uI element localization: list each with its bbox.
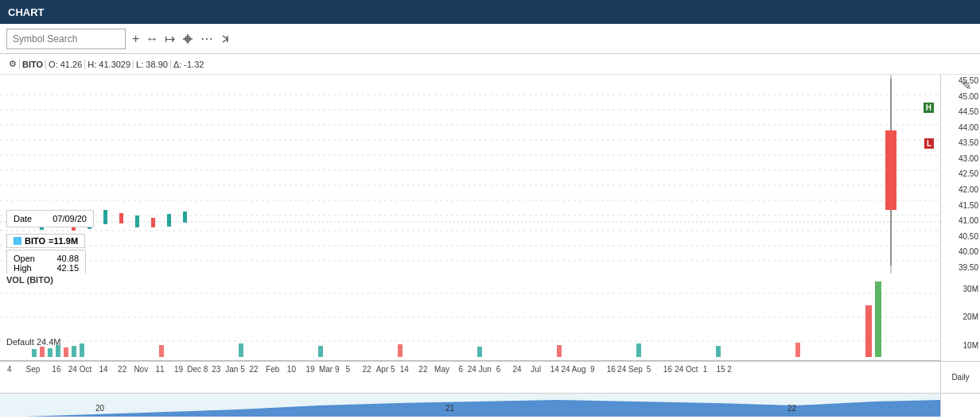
time-19-2: 19 <box>305 365 314 374</box>
minimap-bar: 20 21 22 <box>0 393 980 417</box>
toolbar: + ↔ ↦ ⋯ <box>0 24 980 54</box>
svg-text:20: 20 <box>95 404 105 413</box>
time-19: 19 <box>174 365 183 374</box>
time-mar9: Mar 9 <box>319 365 340 374</box>
volume-y-axis: 30M 20M 10M <box>940 274 980 361</box>
svg-rect-31 <box>183 211 187 223</box>
minimap-chart[interactable]: 20 21 22 <box>0 394 940 417</box>
arrow-bracket-icon[interactable]: ↦ <box>165 31 175 46</box>
svg-rect-40 <box>72 346 76 357</box>
tt-open-value: 40.88 <box>56 254 79 263</box>
svg-rect-21 <box>885 130 896 210</box>
svg-rect-51 <box>875 281 881 357</box>
bracket-right-icon[interactable] <box>220 33 232 45</box>
time-22-1: 22 <box>118 365 126 374</box>
svg-rect-30 <box>167 214 171 227</box>
svg-rect-29 <box>151 218 155 227</box>
price-chart-svg <box>0 75 980 274</box>
time-14-3: 14 <box>550 365 559 374</box>
price-label-7: 42.00 <box>943 185 978 194</box>
time-24-jun: 24 Jun <box>468 365 492 374</box>
vol-label-10m: 10M <box>943 341 978 350</box>
time-axis: 4 Sep 16 24 Oct 14 22 Nov 11 19 Dec 8 23… <box>0 361 980 393</box>
time-22-4: 22 <box>418 365 427 374</box>
indicator-icon[interactable] <box>181 33 194 45</box>
svg-rect-50 <box>795 343 800 357</box>
price-chart-area: H L Date 07/09/20 BITO =11.9M Open 4 <box>0 75 980 274</box>
time-24-oct: 24 Oct <box>68 365 91 374</box>
svg-rect-49 <box>716 346 721 357</box>
svg-line-3 <box>223 36 228 39</box>
tooltip-date-label: Date <box>14 214 32 223</box>
ohlc-symbol: BITO <box>20 60 46 69</box>
high-marker: H <box>924 103 934 113</box>
svg-rect-43 <box>239 343 243 357</box>
time-22-2: 22 <box>250 365 259 374</box>
price-label-0: 45.50 <box>943 76 978 85</box>
time-1: 1 <box>703 365 708 374</box>
low-marker: L <box>924 138 934 149</box>
tt-low-value: 40.07 <box>56 273 79 274</box>
svg-rect-27 <box>119 213 123 223</box>
vol-default-value: 24.4M <box>37 337 61 347</box>
ohlc-high: H: 41.3029 <box>85 60 134 69</box>
bito-tooltip: BITO =11.9M <box>6 234 85 248</box>
time-16: 16 <box>52 365 60 374</box>
svg-rect-28 <box>135 215 139 227</box>
time-24-aug: 24 Aug <box>561 365 585 374</box>
svg-rect-36 <box>40 347 45 357</box>
price-label-8: 41.50 <box>943 201 978 210</box>
time-24-2: 24 <box>513 365 522 374</box>
svg-rect-39 <box>64 347 68 357</box>
svg-rect-45 <box>398 344 402 357</box>
time-24-sep: 24 Sep <box>617 365 643 374</box>
ohlc-delta: Δ: -1.32 <box>171 60 207 69</box>
price-label-4: 43.50 <box>943 138 978 147</box>
time-sep: Sep <box>25 365 40 374</box>
volume-chart-row: VOL (BITO) Default 24.4M <box>0 274 980 361</box>
price-label-5: 43.00 <box>943 154 978 163</box>
time-apr5: Apr 5 <box>376 365 395 374</box>
pencil-icon[interactable]: ✎ <box>962 79 972 93</box>
minimap-right-spacer <box>940 394 980 417</box>
bito-volume: =11.9M <box>49 236 78 246</box>
arrow-right-icon[interactable]: ↔ <box>146 32 158 46</box>
svg-rect-35 <box>32 349 37 357</box>
time-feb: Feb <box>266 365 279 374</box>
svg-rect-48 <box>636 343 641 357</box>
search-input[interactable] <box>6 29 126 49</box>
time-6-2: 6 <box>496 365 501 374</box>
chart-container: ✎ <box>0 75 980 419</box>
time-may: May <box>434 365 449 374</box>
time-6: 6 <box>458 365 463 374</box>
svg-marker-53 <box>0 400 940 417</box>
bito-symbol: BITO <box>25 236 45 246</box>
daily-label: Daily <box>951 373 969 382</box>
time-11: 11 <box>155 365 164 374</box>
time-16-2: 16 <box>607 365 616 374</box>
vol-label-20m: 20M <box>943 312 978 321</box>
time-5-2: 5 <box>647 365 651 374</box>
price-label-1: 45.00 <box>943 92 978 101</box>
dots-icon[interactable]: ⋯ <box>200 31 213 46</box>
svg-text:22: 22 <box>788 404 797 413</box>
time-16-3: 16 <box>663 365 672 374</box>
tt-open-label: Open <box>14 254 35 263</box>
tooltip-date-value: 07/09/20 <box>52 214 87 223</box>
svg-rect-44 <box>318 346 323 357</box>
price-label-12: 39.50 <box>943 263 978 272</box>
vol-title: VOL (BITO) <box>6 275 53 285</box>
price-label-9: 41.00 <box>943 216 978 225</box>
time-14-2: 14 <box>400 365 409 374</box>
svg-line-4 <box>223 39 228 42</box>
svg-rect-41 <box>80 343 84 357</box>
time-axis-daily-label: Daily <box>940 362 980 393</box>
settings-icon[interactable]: ⚙ <box>6 59 20 69</box>
add-icon[interactable]: + <box>132 32 139 46</box>
price-y-axis: 45.50 45.00 44.50 44.00 43.50 43.00 42.5… <box>940 75 980 274</box>
time-24-oct2: 24 Oct <box>675 365 698 374</box>
price-label-3: 44.00 <box>943 123 978 132</box>
tt-low-label: Low <box>14 273 29 274</box>
price-label-11: 40.00 <box>943 247 978 256</box>
time-axis-inner: 4 Sep 16 24 Oct 14 22 Nov 11 19 Dec 8 23… <box>0 362 940 394</box>
